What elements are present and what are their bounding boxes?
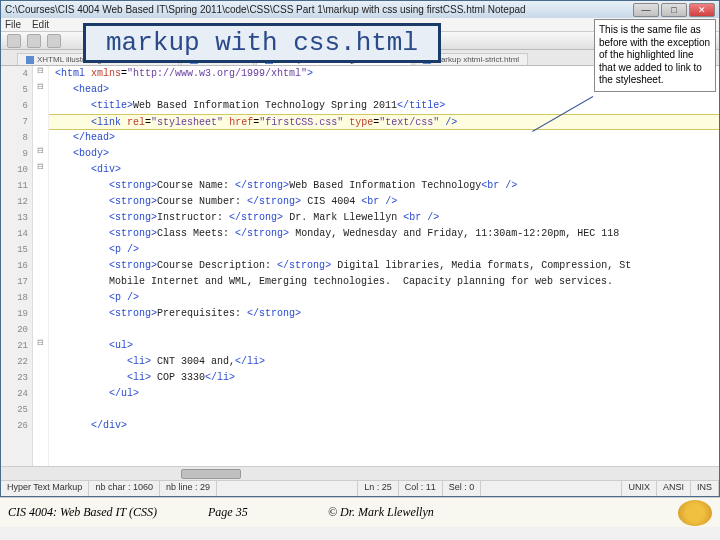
titlebar-text: C:\Courses\CIS 4004 Web Based IT\Spring … xyxy=(5,4,633,15)
open-file-icon[interactable] xyxy=(27,34,41,48)
new-file-icon[interactable] xyxy=(7,34,21,48)
status-nbline: nb line : 29 xyxy=(160,481,217,496)
status-enc: ANSI xyxy=(657,481,691,496)
close-button[interactable]: ✕ xyxy=(689,3,715,17)
menu-edit[interactable]: Edit xyxy=(32,19,49,30)
ucf-logo-icon xyxy=(678,500,712,526)
status-ln: Ln : 25 xyxy=(358,481,399,496)
horizontal-scrollbar[interactable] xyxy=(1,466,719,480)
fold-column: ⊟⊟⊟⊟⊟ xyxy=(33,66,49,466)
maximize-button[interactable]: □ xyxy=(661,3,687,17)
status-language: Hyper Text Markup xyxy=(1,481,89,496)
minimize-button[interactable]: — xyxy=(633,3,659,17)
window-controls: — □ ✕ xyxy=(633,3,715,17)
menu-file[interactable]: File xyxy=(5,19,21,30)
slide-footer: CIS 4004: Web Based IT (CSS) Page 35 © D… xyxy=(0,497,720,527)
save-icon[interactable] xyxy=(47,34,61,48)
callout-note: This is the same file as before with the… xyxy=(594,19,716,92)
status-nbchar: nb char : 1060 xyxy=(89,481,160,496)
editor-window: C:\Courses\CIS 4004 Web Based IT\Spring … xyxy=(0,0,720,497)
status-eol: UNIX xyxy=(622,481,657,496)
footer-page: Page 35 xyxy=(208,505,328,520)
scrollbar-thumb[interactable] xyxy=(181,469,241,479)
file-icon xyxy=(26,56,34,64)
code-editor: 4567891011121314151617181920212223242526… xyxy=(1,66,719,466)
code-area[interactable]: <html xmlns="http://www.w3.org/1999/xhtm… xyxy=(49,66,719,466)
footer-author: © Dr. Mark Llewellyn xyxy=(328,505,678,520)
slide-title-overlay: markup with css.html xyxy=(83,23,441,63)
line-number-gutter: 4567891011121314151617181920212223242526 xyxy=(1,66,33,466)
statusbar: Hyper Text Markup nb char : 1060 nb line… xyxy=(1,480,719,496)
footer-course: CIS 4004: Web Based IT (CSS) xyxy=(8,505,208,520)
status-sel: Sel : 0 xyxy=(443,481,482,496)
titlebar[interactable]: C:\Courses\CIS 4004 Web Based IT\Spring … xyxy=(1,1,719,18)
status-col: Col : 11 xyxy=(399,481,443,496)
status-ins: INS xyxy=(691,481,719,496)
